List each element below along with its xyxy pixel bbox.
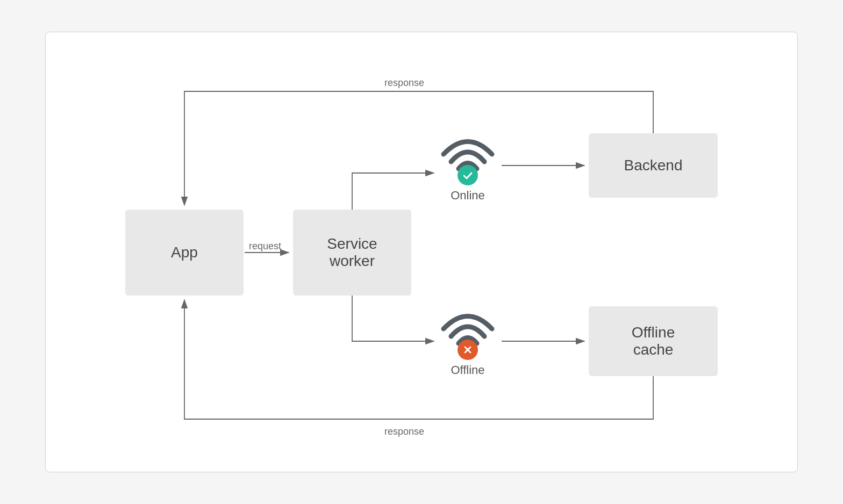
service-worker-box: Service worker [293,210,411,296]
app-label: App [171,244,198,261]
backend-label: Backend [624,157,683,174]
offline-badge [458,340,478,360]
request-label: request [249,241,281,252]
offline-cache-box: Offline cache [589,306,718,376]
online-badge [458,165,478,185]
diagram-container: App Service worker Backend Offline cache [45,32,798,472]
offline-wifi: Offline [438,301,497,377]
response-top-label: response [384,77,424,89]
response-bottom-label: response [384,426,424,437]
checkmark-icon [462,169,474,181]
backend-box: Backend [589,133,718,198]
x-icon [462,344,474,356]
online-label: Online [451,189,485,203]
offline-label: Offline [451,363,484,377]
sw-label: Service worker [327,235,377,270]
app-box: App [125,210,244,296]
offline-cache-label: Offline cache [632,324,675,358]
online-wifi: Online [438,126,497,203]
